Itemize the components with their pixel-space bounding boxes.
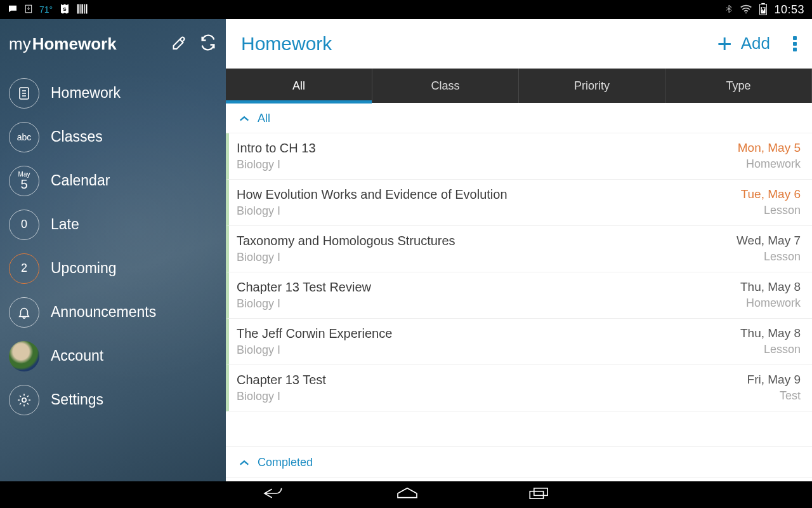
sidebar-item-label: Late — [51, 216, 79, 233]
sidebar-item-label: Calendar — [51, 172, 110, 189]
assignment-title: Intro to CH 13 — [237, 141, 738, 156]
assignment-type: Homework — [738, 157, 801, 171]
svg-point-12 — [22, 398, 26, 401]
assignment-title: Chapter 13 Test Review — [237, 280, 740, 295]
assignment-type: Lesson — [737, 250, 801, 264]
sidebar-item-upcoming[interactable]: 2 Upcoming — [0, 246, 226, 290]
plus-icon: + — [717, 31, 731, 57]
svg-text:s: s — [63, 5, 67, 12]
svg-point-7 — [745, 12, 747, 13]
assignment-row[interactable]: The Jeff Corwin ExperienceBiology IThu, … — [226, 319, 812, 365]
sidebar-item-settings[interactable]: Settings — [0, 378, 226, 422]
sidebar-item-late[interactable]: 0 Late — [0, 203, 226, 246]
group-completed-label: Completed — [258, 456, 313, 469]
sidebar-item-calendar[interactable]: May5 Calendar — [0, 159, 226, 203]
battery-icon — [759, 3, 768, 17]
assignment-title: Chapter 13 Test — [237, 373, 747, 387]
assignment-list: Intro to CH 13Biology IMon, May 5Homewor… — [226, 133, 812, 446]
app-logo: myHomework — [9, 34, 117, 54]
sidebar-item-account[interactable]: Account — [0, 334, 226, 378]
sync-icon[interactable] — [199, 34, 217, 54]
tab-type[interactable]: Type — [665, 69, 812, 103]
sidebar-header: myHomework — [0, 19, 226, 69]
assignment-date: Thu, May 8 — [740, 280, 801, 294]
sidebar-item-label: Announcements — [51, 304, 156, 321]
content: Homework + Add All Class Priority Type A… — [226, 19, 812, 481]
recents-button[interactable] — [528, 485, 551, 504]
sidebar-item-announcements[interactable]: Announcements — [0, 290, 226, 334]
group-all-label: All — [258, 112, 270, 125]
assignment-class: Biology I — [237, 297, 740, 311]
assignment-row[interactable]: How Evolution Works and Evidence of Evol… — [226, 180, 812, 226]
back-button[interactable] — [261, 485, 287, 505]
late-count-icon: 0 — [9, 210, 39, 240]
assignment-date: Fri, May 9 — [747, 373, 801, 387]
assignment-type: Lesson — [740, 343, 801, 356]
group-all-header[interactable]: All — [226, 103, 812, 133]
comment-icon — [8, 4, 18, 16]
filter-tabs: All Class Priority Type — [226, 69, 812, 103]
assignment-title: How Evolution Works and Evidence of Evol… — [237, 187, 741, 202]
sidebar-item-label: Homework — [51, 84, 121, 102]
assignment-class: Biology I — [237, 344, 740, 357]
wifi-icon — [740, 4, 752, 16]
add-label: Add — [741, 34, 770, 53]
sidebar-item-label: Settings — [51, 391, 103, 408]
tab-class[interactable]: Class — [372, 69, 519, 103]
sidebar-item-homework[interactable]: Homework — [0, 71, 226, 115]
calendar-icon: May5 — [9, 166, 39, 196]
sidebar: myHomework Homework abc Classes — [0, 19, 226, 481]
chevron-up-icon — [239, 114, 250, 123]
sidebar-item-label: Classes — [51, 128, 103, 145]
group-completed-header[interactable]: Completed — [226, 446, 812, 478]
upcoming-count-icon: 2 — [9, 253, 39, 284]
svg-rect-9 — [762, 3, 765, 4]
page-title: Homework — [241, 33, 332, 55]
homework-icon — [9, 78, 39, 109]
home-button[interactable] — [395, 485, 420, 504]
assignment-class: Biology I — [237, 251, 737, 264]
download-icon — [24, 4, 33, 16]
tab-all[interactable]: All — [226, 69, 372, 103]
statusbar: 71° s 10:53 — [0, 0, 812, 19]
svg-rect-6 — [86, 4, 87, 13]
content-header: Homework + Add — [226, 19, 812, 69]
sidebar-item-label: Upcoming — [51, 260, 117, 277]
svg-rect-2 — [77, 4, 79, 13]
chevron-up-icon — [239, 458, 250, 467]
assignment-type: Homework — [740, 297, 801, 310]
assignment-class: Biology I — [237, 204, 741, 218]
svg-rect-5 — [84, 4, 85, 13]
classes-icon: abc — [9, 122, 39, 152]
status-temperature: 71° — [39, 4, 53, 15]
assignment-type: Lesson — [741, 204, 801, 217]
sidebar-item-classes[interactable]: abc Classes — [0, 115, 226, 159]
assignment-date: Wed, May 7 — [737, 234, 801, 248]
assignment-title: Taxonomy and Homologous Structures — [237, 234, 737, 248]
assignment-type: Test — [747, 389, 801, 403]
assignment-row[interactable]: Intro to CH 13Biology IMon, May 5Homewor… — [226, 133, 812, 180]
add-button[interactable]: + Add — [717, 31, 770, 57]
skype-icon: s — [59, 3, 70, 17]
svg-rect-3 — [80, 4, 81, 13]
bluetooth-icon — [724, 3, 733, 17]
overflow-menu-button[interactable] — [793, 34, 797, 53]
assignment-class: Biology I — [237, 158, 738, 171]
assignment-row[interactable]: Chapter 13 Test ReviewBiology IThu, May … — [226, 272, 812, 319]
gear-icon — [9, 385, 39, 415]
bell-icon — [9, 297, 39, 328]
barcode-icon — [77, 4, 88, 16]
assignment-date: Mon, May 5 — [738, 141, 801, 155]
android-navbar — [0, 481, 812, 508]
assignment-row[interactable]: Taxonomy and Homologous StructuresBiolog… — [226, 226, 812, 272]
sidebar-item-label: Account — [51, 347, 103, 364]
assignment-row[interactable]: Chapter 13 TestBiology IFri, May 9Test — [226, 365, 812, 411]
assignment-date: Tue, May 6 — [741, 187, 801, 201]
assignment-title: The Jeff Corwin Experience — [237, 326, 740, 341]
avatar — [9, 341, 39, 371]
tab-priority[interactable]: Priority — [519, 69, 665, 103]
svg-rect-4 — [82, 4, 83, 13]
assignment-date: Thu, May 8 — [740, 326, 801, 340]
status-clock: 10:53 — [774, 3, 804, 17]
theme-icon[interactable] — [169, 33, 188, 55]
